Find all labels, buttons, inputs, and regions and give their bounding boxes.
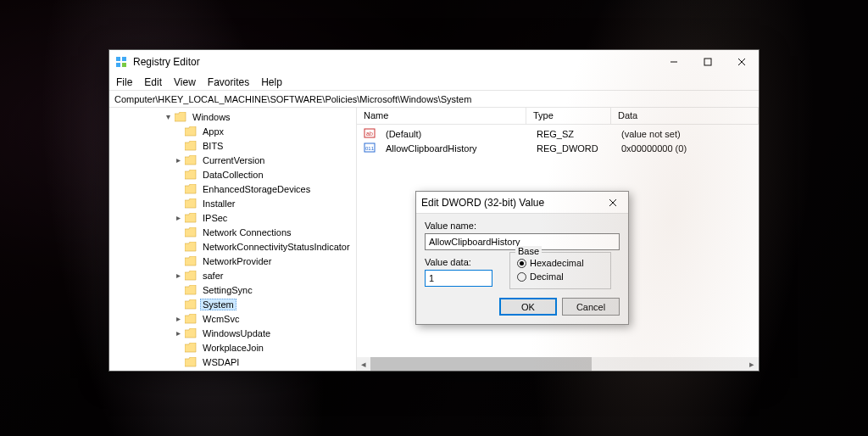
tree-item-label: WindowsUpdate — [200, 327, 273, 339]
tree-item-enhancedstoragedevices[interactable]: EnhancedStorageDevices — [109, 182, 356, 196]
expand-icon[interactable]: ▸ — [174, 314, 183, 323]
tree-item-system[interactable]: System — [109, 297, 356, 311]
base-group-label: Base — [515, 246, 542, 256]
tree-item-wcmsvc[interactable]: ▸WcmSvc — [109, 311, 356, 326]
list-row[interactable]: ab(Default)REG_SZ(value not set) — [357, 126, 759, 141]
base-group: Base Hexadecimal Decimal — [509, 252, 611, 289]
tree-item-label: EnhancedStorageDevices — [200, 183, 313, 195]
scrollbar-thumb[interactable] — [370, 357, 592, 371]
expand-icon[interactable]: ▸ — [174, 328, 183, 338]
expand-icon[interactable]: ▸ — [174, 155, 183, 165]
tree-item-label: Network Connections — [200, 226, 294, 238]
col-header-name[interactable]: Name — [357, 108, 526, 124]
tree-item-windowsdefender[interactable]: ▸Windows Defender — [109, 369, 356, 371]
tree-item-label: SettingSync — [200, 284, 255, 296]
value-type: REG_SZ — [530, 129, 615, 139]
svg-rect-1 — [122, 57, 126, 61]
scroll-left-icon[interactable]: ◂ — [357, 357, 370, 371]
tree-item-label: DataCollection — [200, 169, 266, 181]
value-name: (Default) — [379, 129, 530, 139]
tree-item-workplacejoin[interactable]: WorkplaceJoin — [109, 340, 356, 355]
menubar: File Edit View Favorites Help — [109, 74, 759, 91]
value-data: (value not set) — [615, 129, 759, 139]
scroll-right-icon[interactable]: ▸ — [745, 357, 759, 371]
tree-pane[interactable]: ▾WindowsAppxBITS▸CurrentVersionDataColle… — [109, 108, 357, 371]
tree-item-label: WSDAPI — [200, 356, 242, 368]
value-type: REG_DWORD — [530, 143, 615, 154]
value-name: AllowClipboardHistory — [379, 143, 530, 154]
tree-item-label: Installer — [200, 198, 238, 210]
tree-item-label: Appx — [200, 126, 226, 137]
dialog-close-button[interactable] — [603, 193, 623, 213]
tree-item-label: BITS — [200, 140, 225, 152]
value-data-input[interactable] — [425, 270, 492, 287]
col-header-data[interactable]: Data — [611, 108, 759, 124]
svg-rect-5 — [704, 59, 711, 65]
window-title: Registry Editor — [133, 56, 657, 68]
tree-item-label: safer — [200, 270, 225, 282]
tree-item-label: Windows — [190, 111, 233, 123]
menu-edit[interactable]: Edit — [144, 76, 162, 88]
col-header-type[interactable]: Type — [526, 108, 611, 124]
horizontal-scrollbar[interactable]: ◂ ▸ — [357, 357, 759, 371]
tree-item-safer[interactable]: ▸safer — [109, 268, 356, 282]
tree-item-networkprovider[interactable]: NetworkProvider — [109, 254, 356, 268]
tree-item-label: Windows Defender — [190, 371, 274, 372]
collapse-icon[interactable]: ▾ — [164, 112, 173, 121]
app-icon — [114, 55, 128, 69]
tree-item-label: WcmSvc — [200, 313, 242, 325]
tree-item-label: WorkplaceJoin — [200, 342, 266, 354]
tree-item-wsdapi[interactable]: WSDAPI — [109, 355, 356, 369]
svg-text:011: 011 — [365, 146, 375, 151]
ok-button[interactable]: OK — [499, 298, 557, 316]
tree-item-label: NetworkConnectivityStatusIndicator — [200, 241, 353, 253]
value-dword-icon: 011 — [357, 142, 379, 155]
dialog-titlebar[interactable]: Edit DWORD (32-bit) Value — [416, 192, 628, 214]
value-data: 0x00000000 (0) — [615, 143, 759, 154]
expand-icon[interactable]: ▸ — [174, 271, 183, 280]
svg-rect-3 — [122, 63, 126, 67]
tree-item-networkconnections[interactable]: Network Connections — [109, 225, 356, 239]
tree-item-label: NetworkProvider — [200, 255, 274, 267]
tree-item-settingsync[interactable]: SettingSync — [109, 282, 356, 297]
tree-item-ipsec[interactable]: ▸IPSec — [109, 210, 356, 225]
tree-item-label: CurrentVersion — [200, 154, 267, 166]
list-row[interactable]: 011AllowClipboardHistoryREG_DWORD0x00000… — [357, 141, 759, 155]
tree-item-windows[interactable]: ▾Windows — [109, 109, 356, 124]
radio-hexadecimal[interactable]: Hexadecimal — [517, 256, 604, 270]
svg-rect-0 — [116, 57, 120, 61]
minimize-button[interactable] — [657, 50, 691, 74]
tree-item-label: IPSec — [200, 212, 230, 224]
expand-icon[interactable]: ▸ — [174, 213, 183, 222]
close-button[interactable] — [725, 50, 759, 74]
radio-dec-label: Decimal — [530, 271, 564, 282]
tree-item-currentversion[interactable]: ▸CurrentVersion — [109, 153, 356, 167]
value-name-label: Value name: — [425, 221, 620, 231]
tree-item-installer[interactable]: Installer — [109, 196, 356, 210]
dialog-title: Edit DWORD (32-bit) Value — [421, 197, 603, 209]
titlebar[interactable]: Registry Editor — [109, 50, 759, 74]
radio-hex-label: Hexadecimal — [530, 258, 584, 268]
tree-item-networkconnectivitystatusindicator[interactable]: NetworkConnectivityStatusIndicator — [109, 239, 356, 254]
edit-dword-dialog: Edit DWORD (32-bit) Value Value name: Va… — [415, 191, 629, 325]
tree-item-bits[interactable]: BITS — [109, 138, 356, 153]
tree-item-windowsupdate[interactable]: ▸WindowsUpdate — [109, 326, 356, 340]
menu-favorites[interactable]: Favorites — [208, 76, 249, 88]
cancel-button[interactable]: Cancel — [562, 298, 620, 316]
svg-text:ab: ab — [366, 131, 373, 137]
menu-file[interactable]: File — [116, 76, 132, 88]
radio-dot-icon — [517, 272, 526, 282]
list-header: Name Type Data — [357, 108, 759, 125]
tree-item-datacollection[interactable]: DataCollection — [109, 167, 356, 182]
tree-item-appx[interactable]: Appx — [109, 124, 356, 138]
address-text: Computer\HKEY_LOCAL_MACHINE\SOFTWARE\Pol… — [114, 94, 471, 104]
svg-rect-2 — [116, 63, 120, 67]
address-bar[interactable]: Computer\HKEY_LOCAL_MACHINE\SOFTWARE\Pol… — [109, 91, 759, 108]
value-string-icon: ab — [357, 127, 379, 141]
menu-view[interactable]: View — [174, 76, 196, 88]
tree-item-label: System — [200, 299, 236, 310]
menu-help[interactable]: Help — [261, 76, 282, 88]
radio-decimal[interactable]: Decimal — [517, 270, 604, 283]
value-data-label: Value data: — [425, 257, 492, 267]
maximize-button[interactable] — [691, 50, 725, 74]
